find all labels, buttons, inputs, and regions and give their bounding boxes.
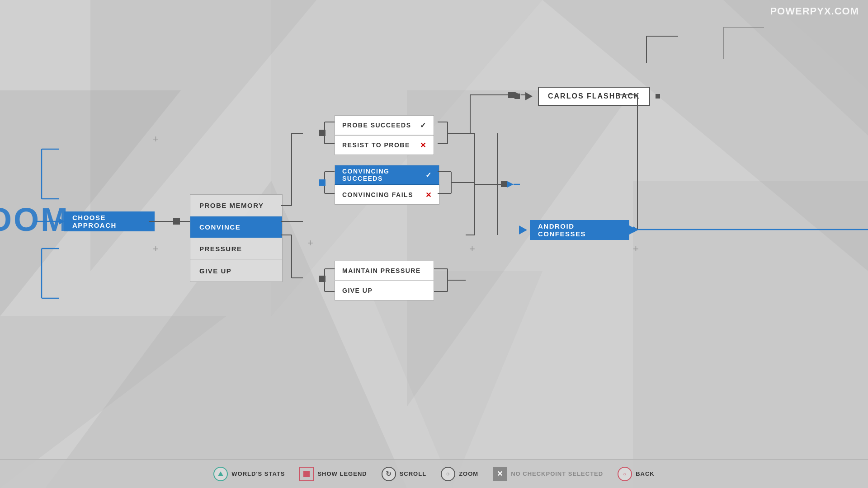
carlos-right-dot bbox=[656, 94, 660, 99]
android-confesses-node: ANDROID CONFESSES bbox=[519, 220, 637, 240]
menu-give-up[interactable]: GIVE UP bbox=[190, 260, 282, 282]
convincing-fails-box[interactable]: CONVINCING FAILS ✕ bbox=[335, 185, 439, 205]
x-icon: ✕ bbox=[493, 467, 507, 481]
probe-group: PROBE SUCCEEDS ✓ RESIST TO PROBE ✕ bbox=[335, 115, 434, 155]
pressure-group: MAINTAIN PRESSURE GIVE UP bbox=[335, 261, 434, 300]
show-legend-btn[interactable]: SHOW LEGEND bbox=[299, 467, 367, 481]
menu-convince[interactable]: CONVINCE bbox=[190, 216, 282, 238]
back-label: BACK bbox=[636, 470, 655, 477]
android-confesses-triangle bbox=[519, 225, 527, 235]
back-btn[interactable]: ○ BACK bbox=[618, 467, 655, 481]
worlds-stats-label: WORLD'S STATS bbox=[231, 470, 285, 477]
convincing-fails-icon: ✕ bbox=[425, 191, 432, 199]
square-icon bbox=[299, 467, 314, 481]
scroll-icon: ↻ bbox=[382, 467, 396, 481]
no-checkpoint-section: ✕ NO CHECKPOINT SELECTED bbox=[493, 467, 603, 481]
watermark: POWERPYX.COM bbox=[770, 5, 859, 17]
probe-succeeds-box[interactable]: PROBE SUCCEEDS ✓ bbox=[335, 115, 434, 135]
android-confesses-label: ANDROID CONFESSES bbox=[530, 220, 629, 240]
bottom-bar: WORLD'S STATS SHOW LEGEND ↻ SCROLL ○ ZOO… bbox=[0, 459, 868, 488]
android-confesses-arrow-right bbox=[629, 225, 637, 235]
maintain-pressure-box[interactable]: MAINTAIN PRESSURE bbox=[335, 261, 434, 281]
worlds-stats-btn[interactable]: WORLD'S STATS bbox=[213, 467, 285, 481]
triangle-icon bbox=[213, 467, 228, 481]
choose-approach-node: CHOOSE APPROACH bbox=[59, 211, 155, 231]
show-legend-label: SHOW LEGEND bbox=[317, 470, 367, 477]
resist-to-probe-box[interactable]: RESIST TO PROBE ✕ bbox=[335, 135, 434, 155]
menu-pressure[interactable]: PRESSURE bbox=[190, 238, 282, 260]
approach-menu: PROBE MEMORY CONVINCE PRESSURE GIVE UP bbox=[190, 194, 283, 282]
corner-bracket bbox=[723, 27, 778, 65]
carlos-triangle bbox=[525, 92, 533, 100]
carlos-small-square bbox=[514, 94, 520, 99]
back-icon: ○ bbox=[618, 467, 632, 481]
zoom-btn[interactable]: ○ ZOOM bbox=[441, 467, 478, 481]
carlos-flashback-label: CARLOS FLASHBACK bbox=[538, 87, 650, 106]
zoom-icon: ○ bbox=[441, 467, 455, 481]
carlos-flashback-node: CARLOS FLASHBACK bbox=[514, 87, 662, 106]
menu-probe-memory[interactable]: PROBE MEMORY bbox=[190, 195, 282, 216]
no-checkpoint-label: NO CHECKPOINT SELECTED bbox=[511, 470, 603, 477]
square-inner bbox=[303, 471, 310, 477]
resist-probe-icon: ✕ bbox=[420, 141, 427, 150]
choose-approach-label: CHOOSE APPROACH bbox=[64, 211, 155, 231]
scroll-label: SCROLL bbox=[400, 470, 426, 477]
give-up-box[interactable]: GIVE UP bbox=[335, 281, 434, 300]
probe-succeeds-icon: ✓ bbox=[420, 121, 427, 130]
scroll-btn[interactable]: ↻ SCROLL bbox=[382, 467, 426, 481]
convince-group: CONVINCING SUCCEEDS ✓ CONVINCING FAILS ✕ bbox=[335, 165, 439, 205]
convincing-succeeds-icon: ✓ bbox=[425, 171, 432, 179]
convincing-succeeds-box[interactable]: CONVINCING SUCCEEDS ✓ bbox=[335, 165, 439, 185]
zoom-label: ZOOM bbox=[459, 470, 478, 477]
